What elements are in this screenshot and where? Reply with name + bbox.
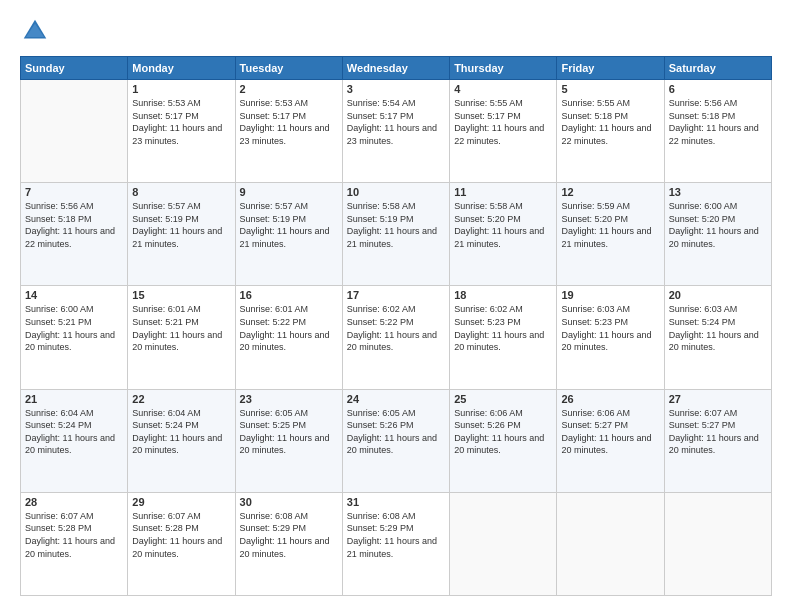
day-number: 5 (561, 83, 659, 95)
day-number: 30 (240, 496, 338, 508)
cell-info: Sunrise: 5:53 AMSunset: 5:17 PMDaylight:… (240, 97, 338, 147)
cell-info: Sunrise: 6:01 AMSunset: 5:22 PMDaylight:… (240, 303, 338, 353)
day-header-monday: Monday (128, 57, 235, 80)
cell-info: Sunrise: 5:55 AMSunset: 5:18 PMDaylight:… (561, 97, 659, 147)
day-number: 17 (347, 289, 445, 301)
cell-info: Sunrise: 6:05 AMSunset: 5:25 PMDaylight:… (240, 407, 338, 457)
cell-info: Sunrise: 6:05 AMSunset: 5:26 PMDaylight:… (347, 407, 445, 457)
cell-info: Sunrise: 5:57 AMSunset: 5:19 PMDaylight:… (240, 200, 338, 250)
day-number: 26 (561, 393, 659, 405)
cell-info: Sunrise: 6:08 AMSunset: 5:29 PMDaylight:… (347, 510, 445, 560)
calendar-cell: 17Sunrise: 6:02 AMSunset: 5:22 PMDayligh… (342, 286, 449, 389)
day-number: 7 (25, 186, 123, 198)
cell-info: Sunrise: 5:56 AMSunset: 5:18 PMDaylight:… (25, 200, 123, 250)
calendar-cell: 3Sunrise: 5:54 AMSunset: 5:17 PMDaylight… (342, 80, 449, 183)
day-number: 14 (25, 289, 123, 301)
calendar-cell: 30Sunrise: 6:08 AMSunset: 5:29 PMDayligh… (235, 492, 342, 595)
day-header-saturday: Saturday (664, 57, 771, 80)
calendar-cell: 23Sunrise: 6:05 AMSunset: 5:25 PMDayligh… (235, 389, 342, 492)
cell-info: Sunrise: 6:00 AMSunset: 5:20 PMDaylight:… (669, 200, 767, 250)
cell-info: Sunrise: 6:08 AMSunset: 5:29 PMDaylight:… (240, 510, 338, 560)
cell-info: Sunrise: 6:07 AMSunset: 5:27 PMDaylight:… (669, 407, 767, 457)
cell-info: Sunrise: 5:54 AMSunset: 5:17 PMDaylight:… (347, 97, 445, 147)
day-number: 13 (669, 186, 767, 198)
day-number: 8 (132, 186, 230, 198)
day-number: 18 (454, 289, 552, 301)
cell-info: Sunrise: 6:04 AMSunset: 5:24 PMDaylight:… (132, 407, 230, 457)
calendar-cell: 25Sunrise: 6:06 AMSunset: 5:26 PMDayligh… (450, 389, 557, 492)
calendar-cell (557, 492, 664, 595)
day-number: 24 (347, 393, 445, 405)
cell-info: Sunrise: 6:07 AMSunset: 5:28 PMDaylight:… (25, 510, 123, 560)
calendar-cell: 19Sunrise: 6:03 AMSunset: 5:23 PMDayligh… (557, 286, 664, 389)
cell-info: Sunrise: 6:06 AMSunset: 5:27 PMDaylight:… (561, 407, 659, 457)
calendar-cell: 9Sunrise: 5:57 AMSunset: 5:19 PMDaylight… (235, 183, 342, 286)
day-header-tuesday: Tuesday (235, 57, 342, 80)
day-number: 3 (347, 83, 445, 95)
cell-info: Sunrise: 5:57 AMSunset: 5:19 PMDaylight:… (132, 200, 230, 250)
cell-info: Sunrise: 6:02 AMSunset: 5:22 PMDaylight:… (347, 303, 445, 353)
day-number: 6 (669, 83, 767, 95)
day-header-friday: Friday (557, 57, 664, 80)
cell-info: Sunrise: 6:00 AMSunset: 5:21 PMDaylight:… (25, 303, 123, 353)
day-number: 23 (240, 393, 338, 405)
day-number: 25 (454, 393, 552, 405)
calendar-cell: 16Sunrise: 6:01 AMSunset: 5:22 PMDayligh… (235, 286, 342, 389)
header (20, 16, 772, 46)
calendar-cell: 15Sunrise: 6:01 AMSunset: 5:21 PMDayligh… (128, 286, 235, 389)
calendar-cell: 20Sunrise: 6:03 AMSunset: 5:24 PMDayligh… (664, 286, 771, 389)
calendar-cell: 31Sunrise: 6:08 AMSunset: 5:29 PMDayligh… (342, 492, 449, 595)
calendar-week-2: 7Sunrise: 5:56 AMSunset: 5:18 PMDaylight… (21, 183, 772, 286)
cell-info: Sunrise: 6:02 AMSunset: 5:23 PMDaylight:… (454, 303, 552, 353)
calendar-week-5: 28Sunrise: 6:07 AMSunset: 5:28 PMDayligh… (21, 492, 772, 595)
day-header-thursday: Thursday (450, 57, 557, 80)
cell-info: Sunrise: 6:03 AMSunset: 5:23 PMDaylight:… (561, 303, 659, 353)
cell-info: Sunrise: 5:59 AMSunset: 5:20 PMDaylight:… (561, 200, 659, 250)
day-number: 10 (347, 186, 445, 198)
calendar-cell: 14Sunrise: 6:00 AMSunset: 5:21 PMDayligh… (21, 286, 128, 389)
day-number: 28 (25, 496, 123, 508)
day-number: 19 (561, 289, 659, 301)
calendar-cell: 11Sunrise: 5:58 AMSunset: 5:20 PMDayligh… (450, 183, 557, 286)
calendar-cell: 13Sunrise: 6:00 AMSunset: 5:20 PMDayligh… (664, 183, 771, 286)
calendar-cell (21, 80, 128, 183)
calendar-cell: 29Sunrise: 6:07 AMSunset: 5:28 PMDayligh… (128, 492, 235, 595)
calendar-cell: 18Sunrise: 6:02 AMSunset: 5:23 PMDayligh… (450, 286, 557, 389)
page: SundayMondayTuesdayWednesdayThursdayFrid… (0, 0, 792, 612)
calendar-cell: 28Sunrise: 6:07 AMSunset: 5:28 PMDayligh… (21, 492, 128, 595)
cell-info: Sunrise: 6:01 AMSunset: 5:21 PMDaylight:… (132, 303, 230, 353)
day-header-sunday: Sunday (21, 57, 128, 80)
calendar-cell: 27Sunrise: 6:07 AMSunset: 5:27 PMDayligh… (664, 389, 771, 492)
calendar-cell: 2Sunrise: 5:53 AMSunset: 5:17 PMDaylight… (235, 80, 342, 183)
calendar-cell: 5Sunrise: 5:55 AMSunset: 5:18 PMDaylight… (557, 80, 664, 183)
day-number: 9 (240, 186, 338, 198)
calendar-cell (664, 492, 771, 595)
cell-info: Sunrise: 5:56 AMSunset: 5:18 PMDaylight:… (669, 97, 767, 147)
calendar-cell: 12Sunrise: 5:59 AMSunset: 5:20 PMDayligh… (557, 183, 664, 286)
day-number: 12 (561, 186, 659, 198)
cell-info: Sunrise: 5:58 AMSunset: 5:20 PMDaylight:… (454, 200, 552, 250)
day-number: 1 (132, 83, 230, 95)
cell-info: Sunrise: 5:55 AMSunset: 5:17 PMDaylight:… (454, 97, 552, 147)
day-number: 16 (240, 289, 338, 301)
cell-info: Sunrise: 5:58 AMSunset: 5:19 PMDaylight:… (347, 200, 445, 250)
calendar-cell: 26Sunrise: 6:06 AMSunset: 5:27 PMDayligh… (557, 389, 664, 492)
day-number: 27 (669, 393, 767, 405)
calendar-cell: 7Sunrise: 5:56 AMSunset: 5:18 PMDaylight… (21, 183, 128, 286)
day-number: 20 (669, 289, 767, 301)
calendar-week-4: 21Sunrise: 6:04 AMSunset: 5:24 PMDayligh… (21, 389, 772, 492)
calendar-week-3: 14Sunrise: 6:00 AMSunset: 5:21 PMDayligh… (21, 286, 772, 389)
cell-info: Sunrise: 5:53 AMSunset: 5:17 PMDaylight:… (132, 97, 230, 147)
calendar-cell: 4Sunrise: 5:55 AMSunset: 5:17 PMDaylight… (450, 80, 557, 183)
logo (20, 16, 56, 46)
calendar: SundayMondayTuesdayWednesdayThursdayFrid… (20, 56, 772, 596)
calendar-cell: 1Sunrise: 5:53 AMSunset: 5:17 PMDaylight… (128, 80, 235, 183)
calendar-cell (450, 492, 557, 595)
day-number: 15 (132, 289, 230, 301)
cell-info: Sunrise: 6:04 AMSunset: 5:24 PMDaylight:… (25, 407, 123, 457)
calendar-cell: 21Sunrise: 6:04 AMSunset: 5:24 PMDayligh… (21, 389, 128, 492)
day-number: 4 (454, 83, 552, 95)
day-number: 11 (454, 186, 552, 198)
calendar-cell: 24Sunrise: 6:05 AMSunset: 5:26 PMDayligh… (342, 389, 449, 492)
calendar-cell: 6Sunrise: 5:56 AMSunset: 5:18 PMDaylight… (664, 80, 771, 183)
